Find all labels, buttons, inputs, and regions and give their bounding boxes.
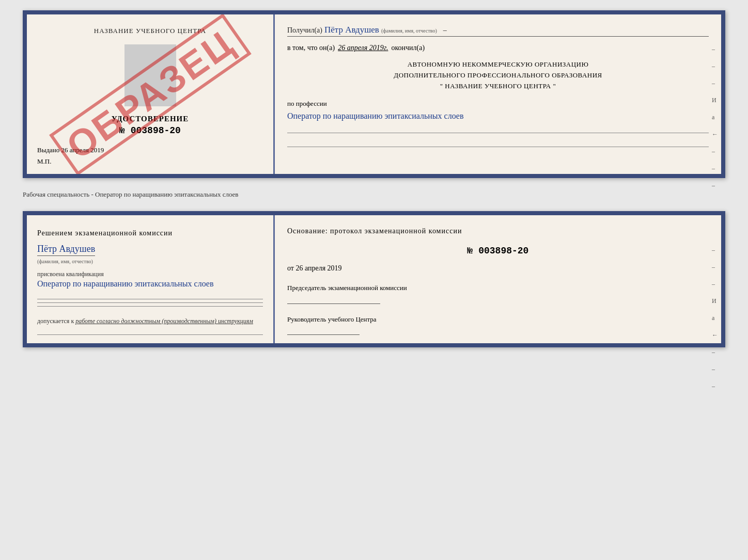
doc1-right: Получил(а) Пётр Авдушев (фамилия, имя, о… — [275, 14, 721, 174]
issued-line: Выдано 26 апреля 2019 — [37, 136, 263, 154]
mp-line: М.П. — [37, 157, 263, 166]
chairman-label: Председатель экзаменационной комиссии — [287, 283, 709, 293]
underline-2 — [287, 147, 709, 147]
head-signature-line — [287, 334, 360, 335]
received-prefix: Получил(а) — [287, 26, 322, 35]
underline-1 — [287, 133, 709, 133]
fio-label-1: (фамилия, имя, отчество) — [381, 28, 437, 34]
doc2-bottom-lines — [37, 334, 263, 335]
separator-text: Рабочая специальность - Оператор по нара… — [23, 186, 725, 203]
cert-number: № 003898-20 — [119, 125, 181, 136]
person-name-blue: Пётр Авдушев — [37, 244, 95, 256]
commission-title: Решением экзаменационной комиссии — [37, 228, 263, 238]
profession-value-1: Оператор по наращиванию эпитаксиальных с… — [287, 110, 709, 122]
document-card-1: НАЗВАНИЕ УЧЕБНОГО ЦЕНТРА УДОСТОВЕРЕНИЕ №… — [23, 10, 725, 178]
doc2-right: Основание: протокол экзаменационной коми… — [275, 215, 721, 343]
org-line3: " НАЗВАНИЕ УЧЕБНОГО ЦЕНТРА " — [287, 81, 709, 92]
document-card-2: Решением экзаменационной комиссии Пётр А… — [23, 211, 725, 347]
doc2-left-lines — [37, 299, 263, 307]
profession-block: по профессии Оператор по наращиванию эпи… — [287, 99, 709, 122]
allowed-block: допускается к работе согласно должностны… — [37, 317, 263, 325]
cert-title-block: УДОСТОВЕРЕНИЕ № 003898-20 — [37, 115, 263, 136]
qualification-block: присвоена квалификация Оператор по наращ… — [37, 270, 263, 290]
pdate-prefix: от — [287, 264, 294, 272]
issued-date: 26 апреля 2019 — [61, 146, 104, 154]
date-value-1: 26 апреля 2019г. — [338, 44, 388, 52]
cert-label: УДОСТОВЕРЕНИЕ — [37, 115, 263, 123]
allowed-prefix: допускается к — [37, 317, 74, 325]
doc1-title: НАЗВАНИЕ УЧЕБНОГО ЦЕНТРА — [37, 27, 263, 35]
date-prefix: в том, что он(а) — [287, 44, 335, 52]
date-line-1: в том, что он(а) 26 апреля 2019г. окончи… — [287, 44, 709, 52]
head-label: Руководитель учебного Центра — [287, 314, 709, 325]
doc1-left: НАЗВАНИЕ УЧЕБНОГО ЦЕНТРА УДОСТОВЕРЕНИЕ №… — [27, 14, 275, 174]
qualification-label: присвоена квалификация — [37, 270, 263, 278]
org-line2: ДОПОЛНИТЕЛЬНОГО ПРОФЕССИОНАЛЬНОГО ОБРАЗО… — [287, 70, 709, 81]
received-name: Пётр Авдушев — [324, 25, 379, 35]
protocol-date: от 26 апреля 2019 — [287, 264, 709, 273]
received-line: Получил(а) Пётр Авдушев (фамилия, имя, о… — [287, 25, 709, 37]
right-edge-marks-2: – – – И а ← – – – — [712, 246, 718, 390]
chairman-signature-line — [287, 303, 380, 304]
allowed-value: работе согласно должностным (производств… — [75, 317, 253, 325]
doc2-left: Решением экзаменационной комиссии Пётр А… — [27, 215, 275, 343]
qualification-value: Оператор по наращиванию эпитаксиальных с… — [37, 278, 263, 290]
org-line1: АВТОНОМНУЮ НЕКОММЕРЧЕСКУЮ ОРГАНИЗАЦИЮ — [287, 59, 709, 70]
protocol-number: № 003898-20 — [287, 246, 709, 256]
basis-title: Основание: протокол экзаменационной коми… — [287, 226, 709, 236]
person-name-block: Пётр Авдушев (фамилия, имя, отчество) — [37, 244, 263, 265]
dash-sep: – — [443, 26, 447, 35]
date-suffix: окончил(а) — [391, 44, 425, 52]
chairman-block: Председатель экзаменационной комиссии — [287, 283, 709, 304]
head-block: Руководитель учебного Центра — [287, 314, 709, 335]
fio-label-2: (фамилия, имя, отчество) — [37, 259, 93, 264]
issued-label: Выдано — [37, 146, 59, 154]
photo-placeholder — [124, 44, 176, 106]
page-wrapper: НАЗВАНИЕ УЧЕБНОГО ЦЕНТРА УДОСТОВЕРЕНИЕ №… — [10, 10, 738, 347]
profession-label: по профессии — [287, 100, 327, 107]
pdate-value: 26 апреля 2019 — [295, 264, 341, 272]
org-block: АВТОНОМНУЮ НЕКОММЕРЧЕСКУЮ ОРГАНИЗАЦИЮ ДО… — [287, 59, 709, 91]
right-edge-marks-1: – – – И а ← – – – — [712, 45, 718, 189]
